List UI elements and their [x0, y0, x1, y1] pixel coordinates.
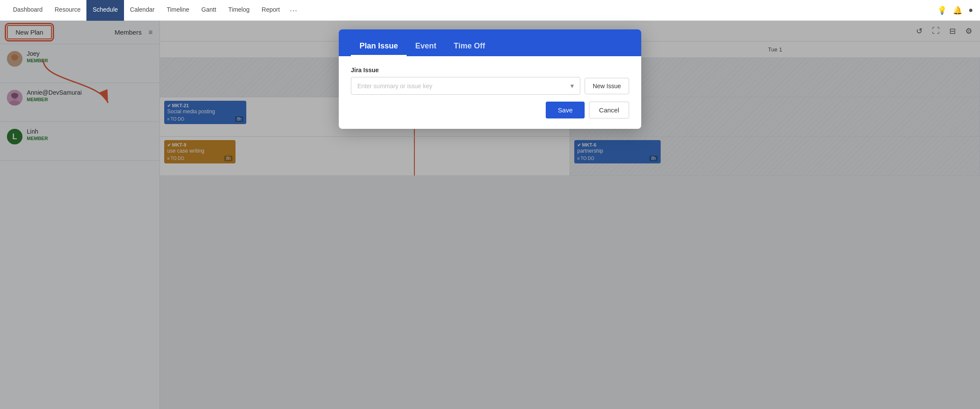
user-dot-icon[interactable]: ● — [968, 6, 973, 15]
nav-item-gantt[interactable]: Gantt — [195, 0, 222, 21]
nav-item-report[interactable]: Report — [256, 0, 286, 21]
jira-issue-label: Jira Issue — [351, 67, 629, 73]
modal-overlay: Plan Issue Event Time Off Jira Issue Ent… — [0, 21, 980, 409]
modal-footer: Save Cancel — [351, 95, 629, 118]
save-button[interactable]: Save — [546, 102, 585, 118]
cancel-button[interactable]: Cancel — [589, 102, 629, 118]
nav-more-icon[interactable]: ⋯ — [286, 6, 301, 15]
main-area: New Plan Members ≡ Joey MEMBER — [0, 21, 980, 409]
modal-body: Jira Issue Enter summary or issue key ▾ … — [339, 56, 641, 129]
top-nav: Dashboard Resource Schedule Calendar Tim… — [0, 0, 980, 21]
nav-item-resource[interactable]: Resource — [49, 0, 87, 21]
modal-tab-time-off[interactable]: Time Off — [445, 37, 494, 56]
nav-item-timelog[interactable]: Timelog — [222, 0, 255, 21]
issue-input[interactable]: Enter summary or issue key ▾ — [351, 77, 580, 95]
issue-input-placeholder: Enter summary or issue key — [357, 83, 433, 89]
nav-item-timeline[interactable]: Timeline — [161, 0, 195, 21]
input-row: Enter summary or issue key ▾ New Issue — [351, 77, 629, 95]
modal-header: Plan Issue Event Time Off — [339, 29, 641, 56]
nav-item-schedule[interactable]: Schedule — [86, 0, 124, 21]
dropdown-arrow-icon: ▾ — [570, 82, 574, 90]
modal-tab-plan-issue[interactable]: Plan Issue — [351, 37, 407, 56]
modal-tab-event[interactable]: Event — [407, 37, 445, 56]
bell-icon[interactable]: 🔔 — [953, 6, 962, 15]
nav-item-dashboard[interactable]: Dashboard — [7, 0, 49, 21]
bulb-icon[interactable]: 💡 — [937, 6, 947, 15]
new-issue-button[interactable]: New Issue — [585, 78, 629, 94]
nav-icons: 💡 🔔 ● — [937, 6, 973, 15]
nav-item-calendar[interactable]: Calendar — [124, 0, 161, 21]
modal: Plan Issue Event Time Off Jira Issue Ent… — [339, 29, 641, 129]
